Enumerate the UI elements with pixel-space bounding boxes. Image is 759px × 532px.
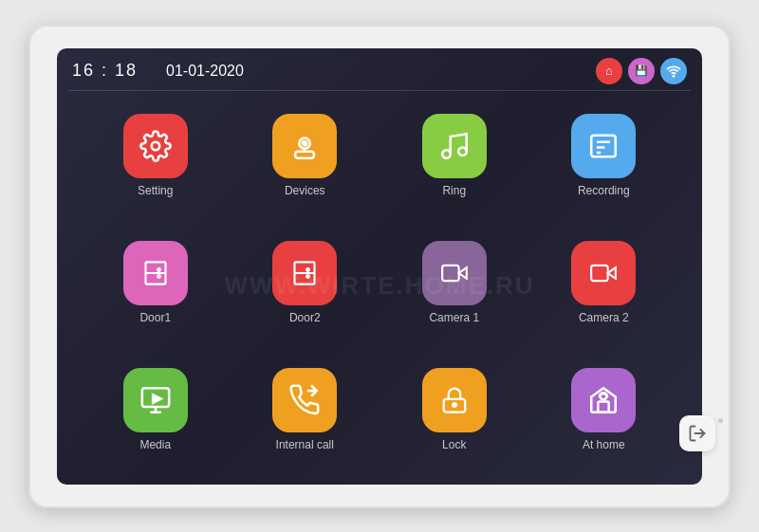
wifi-status-icon[interactable] <box>660 58 687 84</box>
app-label-lock: Lock <box>442 438 466 451</box>
status-icons: ⌂ 💾 <box>596 58 687 84</box>
svg-point-13 <box>157 268 160 271</box>
svg-point-0 <box>673 75 674 76</box>
svg-point-5 <box>442 150 451 158</box>
svg-rect-3 <box>295 151 314 157</box>
app-icon-door1 <box>123 241 188 305</box>
svg-point-17 <box>306 268 309 271</box>
app-item-internal-call[interactable]: Internal call <box>235 351 376 468</box>
app-item-media[interactable]: Media <box>85 351 226 468</box>
app-label-camera2: Camera 2 <box>579 311 629 324</box>
app-label-at-home: At home <box>583 438 625 451</box>
svg-marker-19 <box>458 267 466 279</box>
svg-point-6 <box>458 147 467 156</box>
app-item-recording[interactable]: Recording <box>534 97 675 214</box>
svg-point-29 <box>453 403 456 407</box>
svg-marker-21 <box>608 267 616 279</box>
back-button[interactable] <box>679 415 715 451</box>
app-item-camera1[interactable]: Camera 1 <box>384 224 525 341</box>
app-item-camera2[interactable]: Camera 2 <box>534 224 675 341</box>
app-label-setting: Setting <box>138 184 173 197</box>
home-status-icon[interactable]: ⌂ <box>596 58 622 84</box>
svg-marker-24 <box>153 395 161 404</box>
app-icon-camera2 <box>571 241 636 305</box>
svg-point-4 <box>303 141 306 145</box>
svg-rect-30 <box>599 402 609 413</box>
date-display: 01-01-2020 <box>166 63 244 80</box>
svg-rect-22 <box>591 266 608 281</box>
app-item-door2[interactable]: Door2 <box>235 224 376 341</box>
app-item-ring[interactable]: Ring <box>384 97 525 214</box>
time-display: 16 : 18 <box>72 61 138 81</box>
app-grid: Setting Devices Ring Recording <box>57 91 702 485</box>
svg-rect-7 <box>592 135 617 156</box>
app-item-at-home[interactable]: At home <box>534 351 675 468</box>
app-label-media: Media <box>139 438 171 451</box>
save-status-icon[interactable]: 💾 <box>628 58 655 84</box>
app-icon-at-home <box>571 368 636 432</box>
dot-indicator <box>718 418 723 423</box>
svg-point-18 <box>306 275 309 278</box>
device-frame: 16 : 18 01-01-2020 ⌂ 💾 <box>28 25 731 508</box>
app-icon-ring <box>422 114 487 178</box>
app-item-door1[interactable]: Door1 <box>85 224 226 341</box>
app-label-internal-call: Internal call <box>276 438 334 451</box>
svg-point-14 <box>157 275 160 278</box>
app-icon-setting <box>123 114 188 178</box>
app-icon-devices <box>272 114 337 178</box>
app-icon-media <box>123 368 188 432</box>
app-icon-door2 <box>272 241 337 305</box>
app-item-lock[interactable]: Lock <box>384 351 525 468</box>
app-icon-internal-call <box>272 368 337 432</box>
time-date: 16 : 18 01-01-2020 <box>72 61 244 81</box>
app-label-door1: Door1 <box>139 311 171 324</box>
app-icon-lock <box>422 368 487 432</box>
status-bar: 16 : 18 01-01-2020 ⌂ 💾 <box>57 48 702 90</box>
screen: 16 : 18 01-01-2020 ⌂ 💾 <box>57 48 702 485</box>
app-label-ring: Ring <box>442 184 466 197</box>
app-label-door2: Door2 <box>289 311 321 324</box>
app-icon-camera1 <box>422 241 487 305</box>
app-item-devices[interactable]: Devices <box>235 97 376 214</box>
app-label-recording: Recording <box>578 184 630 197</box>
app-label-devices: Devices <box>285 184 325 197</box>
svg-rect-20 <box>442 266 459 281</box>
app-icon-recording <box>571 114 636 178</box>
app-label-camera1: Camera 1 <box>429 311 479 324</box>
svg-point-1 <box>152 141 160 150</box>
app-item-setting[interactable]: Setting <box>85 97 226 214</box>
